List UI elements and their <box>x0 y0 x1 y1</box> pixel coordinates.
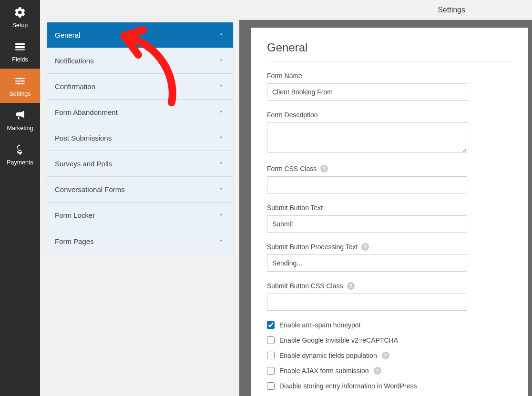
checkbox-dynamic-fields: Enable dynamic fields population ? <box>267 352 512 359</box>
checkbox-label[interactable]: Enable anti-spam honeypot <box>279 321 360 329</box>
chevron-right-icon <box>218 237 225 245</box>
field-form-css-class: Form CSS Class ? <box>267 165 512 193</box>
settings-item-label: Form Abandonment <box>55 108 118 116</box>
checkbox-input[interactable] <box>267 336 275 344</box>
top-bar: Settings <box>40 0 532 20</box>
field-form-name: Form Name <box>267 72 512 101</box>
field-submit-button-css-class: Submit Button CSS Class ? <box>267 282 512 311</box>
settings-item-label: Form Pages <box>55 237 94 245</box>
settings-item-general[interactable]: General <box>47 22 233 48</box>
nav-marketing[interactable]: Marketing <box>0 103 40 137</box>
nav-label: Setup <box>12 22 28 29</box>
field-form-description: Form Description <box>267 111 512 154</box>
content-card: General Form Name Form Description Form … <box>251 28 528 396</box>
field-label: Form Description <box>267 111 512 119</box>
label-text: Submit Button CSS Class <box>267 282 343 290</box>
gear-icon <box>14 6 26 20</box>
settings-item-label: Form Locker <box>55 211 95 219</box>
submit-button-processing-text-input[interactable] <box>267 254 467 272</box>
label-text: Submit Button Processing Text <box>267 243 358 251</box>
settings-item-label: Conversational Forms <box>55 185 125 193</box>
checkbox-input[interactable] <box>267 382 275 390</box>
checkbox-label[interactable]: Disable storing entry information in Wor… <box>279 382 417 390</box>
checkbox-input[interactable] <box>267 321 275 329</box>
field-label: Submit Button Text <box>267 204 512 212</box>
nav-label: Settings <box>9 91 31 97</box>
svg-point-0 <box>19 77 20 79</box>
help-icon[interactable]: ? <box>347 282 355 290</box>
settings-item-post-submissions[interactable]: Post Submissions <box>47 125 233 151</box>
checkbox-input[interactable] <box>267 352 275 359</box>
nav-label: Payments <box>7 159 33 166</box>
settings-item-confirmation[interactable]: Confirmation <box>47 74 233 100</box>
nav-label: Marketing <box>7 125 33 132</box>
field-label: Submit Button Processing Text ? <box>267 243 512 251</box>
checkbox-recaptcha: Enable Google Invisible v2 reCAPTCHA <box>267 336 512 344</box>
settings-item-form-abandonment[interactable]: Form Abandonment <box>47 100 233 125</box>
field-label: Form Name <box>267 72 512 80</box>
help-icon[interactable]: ? <box>320 165 328 173</box>
checkbox-label[interactable]: Enable AJAX form submission <box>279 367 369 375</box>
chevron-right-icon <box>218 108 225 116</box>
bullhorn-icon <box>14 109 26 123</box>
settings-item-form-locker[interactable]: Form Locker <box>47 203 233 228</box>
help-icon[interactable]: ? <box>374 367 381 375</box>
nav-fields[interactable]: Fields <box>0 34 40 69</box>
content-heading: General <box>267 41 512 61</box>
settings-panel: General Notifications Confirmation Form … <box>47 22 234 254</box>
settings-item-label: General <box>55 31 80 39</box>
svg-point-2 <box>18 82 20 84</box>
topbar-title: Settings <box>438 6 465 14</box>
settings-item-form-pages[interactable]: Form Pages <box>47 228 233 254</box>
settings-item-notifications[interactable]: Notifications <box>47 48 233 74</box>
checkbox-anti-spam: Enable anti-spam honeypot <box>267 321 512 329</box>
checkbox-ajax: Enable AJAX form submission ? <box>267 367 512 375</box>
checkbox-disable-storing: Disable storing entry information in Wor… <box>267 382 512 390</box>
field-submit-button-text: Submit Button Text <box>267 204 512 233</box>
chevron-right-icon <box>218 57 225 65</box>
checkbox-input[interactable] <box>267 367 275 375</box>
nav-payments[interactable]: Payments <box>0 137 40 172</box>
settings-item-label: Post Submissions <box>55 134 112 142</box>
svg-point-1 <box>21 80 23 81</box>
primary-sidebar: Setup Fields Settings Marketing Payments <box>0 0 40 396</box>
chevron-right-icon <box>218 185 225 193</box>
chevron-right-icon <box>218 160 225 168</box>
nav-label: Fields <box>12 56 28 63</box>
settings-item-label: Confirmation <box>55 82 95 91</box>
chevron-right-icon <box>218 211 225 219</box>
help-icon[interactable]: ? <box>382 352 389 359</box>
nav-setup[interactable]: Setup <box>0 0 40 34</box>
form-name-input[interactable] <box>267 83 467 101</box>
settings-item-label: Notifications <box>55 57 94 65</box>
field-label: Form CSS Class ? <box>267 165 512 173</box>
dollar-icon <box>14 143 26 157</box>
label-text: Form CSS Class <box>267 165 317 173</box>
field-submit-button-processing-text: Submit Button Processing Text ? <box>267 243 512 272</box>
content-frame: General Form Name Form Description Form … <box>239 20 532 396</box>
field-label: Submit Button CSS Class ? <box>267 282 512 290</box>
list-icon <box>14 41 26 54</box>
chevron-down-icon <box>218 31 225 39</box>
form-css-class-input[interactable] <box>267 176 467 193</box>
settings-item-surveys-and-polls[interactable]: Surveys and Polls <box>47 151 233 177</box>
chevron-right-icon <box>218 134 225 142</box>
sliders-icon <box>14 75 26 89</box>
settings-item-label: Surveys and Polls <box>55 160 112 168</box>
chevron-right-icon <box>218 82 225 91</box>
nav-settings[interactable]: Settings <box>0 69 40 103</box>
checkbox-label[interactable]: Enable Google Invisible v2 reCAPTCHA <box>279 336 398 344</box>
settings-item-conversational-forms[interactable]: Conversational Forms <box>47 177 233 203</box>
form-description-input[interactable] <box>267 122 467 153</box>
help-icon[interactable]: ? <box>361 243 369 251</box>
checkbox-label[interactable]: Enable dynamic fields population <box>279 352 377 359</box>
submit-button-css-class-input[interactable] <box>267 294 467 311</box>
submit-button-text-input[interactable] <box>267 215 467 233</box>
